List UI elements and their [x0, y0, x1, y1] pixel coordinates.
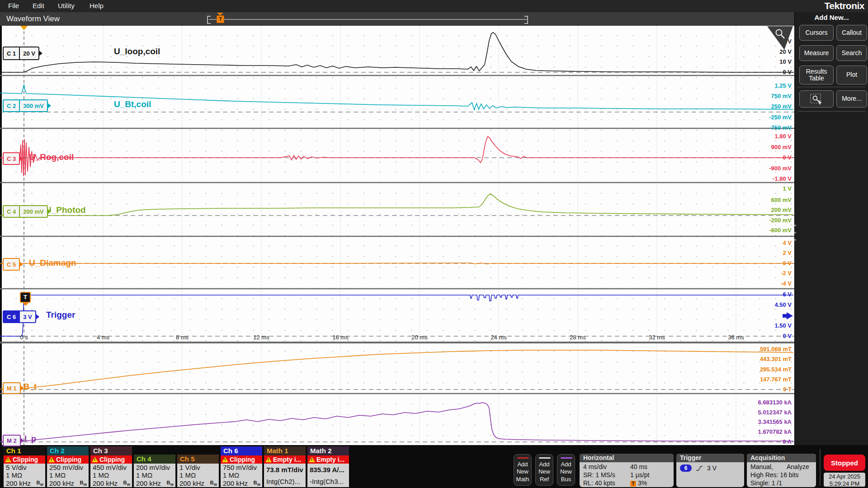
acquisition-panel[interactable]: Acquisition Manual, Analyze High Res: 16…	[747, 454, 816, 487]
ch3-channel-badge[interactable]: C 3	[3, 152, 20, 165]
ch4-scale-label: -600 mV	[769, 227, 792, 234]
badge-setting-text: 73.8 mT/div	[266, 466, 303, 474]
badge-tip-icon	[19, 261, 23, 267]
zoom-select-button[interactable]	[799, 90, 834, 108]
sample-rate: SR: 1 MS/s	[583, 471, 615, 479]
ch1-badge[interactable]: Ch 1Clipping5 V/div1 MΩ200 kHzBW	[4, 446, 45, 487]
ch5-badge-seg: C 5	[4, 259, 19, 270]
math2-badge-seg: M 2	[4, 436, 20, 446]
waveform-plot[interactable]: 30 V20 V10 V0 VC 120 VU_loop,coil1.25 V7…	[0, 26, 794, 445]
badge-header: Math 1	[264, 446, 306, 455]
trigger-position-icon[interactable]	[20, 26, 28, 30]
math1-name-label[interactable]: B_t	[24, 382, 37, 392]
badge-tip-icon	[20, 385, 24, 391]
math2-channel-badge[interactable]: M 2	[3, 435, 21, 446]
badge-tip-icon	[47, 103, 51, 109]
results-table-button[interactable]: Results Table	[799, 66, 834, 84]
ch5-channel-badge[interactable]: C 5	[3, 258, 20, 271]
add-new-math-button[interactable]: AddNewMath	[514, 454, 532, 486]
trigger-panel[interactable]: Trigger 6 3 V	[676, 454, 744, 487]
search-button[interactable]: Search	[836, 45, 867, 61]
badge-setting-text: 1 V/div	[179, 464, 200, 471]
hpos-trigger-icon[interactable]: T	[217, 15, 224, 23]
trigger-position-mini-icon: T	[630, 481, 636, 487]
warning-icon	[222, 457, 228, 462]
badge-header: Ch 5	[177, 455, 219, 464]
trigger-source-marker[interactable]: T	[20, 292, 31, 303]
math2-name-label[interactable]: I_p	[24, 434, 36, 444]
math1-badge[interactable]: Math 1Empty i...73.8 mT/divIntg(Ch2)...	[264, 446, 306, 487]
ch4-badge-seg: C 4	[4, 206, 19, 217]
clipping-warning: Empty i...	[264, 455, 306, 464]
badge-setting-row: 450 mV/div	[90, 464, 132, 471]
ch2-channel-badge[interactable]: C 2300 mV	[3, 99, 48, 112]
menu-item-edit[interactable]: Edit	[33, 2, 44, 9]
ch5-scale-label: 2 V	[783, 249, 792, 256]
cursors-button[interactable]: Cursors	[799, 25, 834, 41]
math1-channel-badge[interactable]: M 1	[3, 382, 21, 394]
horizontal-panel[interactable]: Horizontal 4 ms/div 40 ms SR: 1 MS/s 1 µ…	[580, 454, 674, 487]
ch1-channel-badge[interactable]: C 120 V	[3, 47, 39, 60]
ch5-name-label[interactable]: U_Diamagn	[29, 258, 76, 268]
math2-scale-label: 0 A	[783, 438, 792, 445]
badge-setting-text: -Intg(Ch3...	[310, 478, 344, 485]
badge-setting-text: 200 mV/div	[136, 464, 170, 471]
zoom-corner-icon[interactable]	[764, 26, 794, 51]
add-new-bus-button[interactable]: AddNewBus	[557, 454, 575, 486]
ch2-scale-label: 250 mV	[771, 103, 792, 110]
horizontal-position-bar[interactable]	[209, 19, 527, 20]
time-tick-label: 36 ms	[728, 334, 744, 341]
math1-scale-label: 443.301 mT	[760, 356, 792, 362]
sidebar-divider	[797, 111, 865, 112]
menu-item-utility[interactable]: Utility	[58, 2, 75, 9]
ch3-trace	[0, 136, 793, 176]
more-button[interactable]: More...	[836, 90, 867, 108]
run-stop-button[interactable]: Stopped	[824, 455, 865, 471]
add-new-ref-button[interactable]: AddNewRef	[535, 454, 553, 486]
menu-item-help[interactable]: Help	[90, 2, 104, 9]
callout-button[interactable]: Callout	[836, 25, 867, 41]
badge-setting-row: -Intg(Ch3...	[307, 475, 349, 487]
time-label: 5:29:24 PM	[824, 480, 865, 488]
ch2-scale-label: 1.25 V	[774, 82, 792, 89]
ch4-name-label[interactable]: U_Photod	[45, 205, 86, 215]
ch3-name-label[interactable]: U_Rog,coil	[29, 152, 74, 162]
ch5-badge[interactable]: Ch 51 V/div1 MΩ200 kHzBW	[177, 455, 219, 487]
ch3-badge[interactable]: Ch 3Clipping450 mV/div1 MΩ200 kHzBW	[90, 446, 132, 487]
menu-item-file[interactable]: File	[8, 2, 19, 9]
ch6-name-label[interactable]: Trigger	[46, 310, 75, 320]
ch6-badge-seg: C 6	[4, 311, 19, 322]
ch2-scale-label: -750 mV	[769, 124, 792, 131]
ch4-channel-badge[interactable]: C 4200 mV	[3, 205, 48, 218]
panel-drag-handle[interactable]	[793, 225, 797, 241]
plot-button[interactable]: Plot	[836, 66, 867, 84]
acquisition-panel-title: Acquisition	[747, 454, 816, 462]
sidebar-divider	[797, 87, 865, 87]
ch6-channel-badge[interactable]: C 63 V	[3, 310, 36, 323]
ch2-scale-label: -250 mV	[769, 114, 792, 121]
accent-line	[561, 457, 572, 459]
zoom-select-icon	[810, 94, 823, 104]
ch6-scale-label: 1.50 V	[774, 322, 792, 329]
ch2-badge[interactable]: Ch 2Clipping250 mV/div1 MΩ200 kHzBW	[47, 446, 89, 487]
clipping-warning: Empty i...	[307, 455, 349, 464]
measure-button[interactable]: Measure	[799, 45, 834, 61]
ch3-scale-label: -1.80 V	[773, 175, 792, 182]
badge-setting-text: 835.39 A/...	[310, 466, 344, 474]
ch4-scale-label: -200 mV	[769, 217, 792, 224]
warning-icon	[265, 457, 272, 462]
ch5-scale-label: 0 V	[783, 260, 792, 267]
bandwidth-limit-icon: BW	[166, 480, 174, 487]
warning-icon	[309, 457, 315, 462]
badge-setting-text: 200 kHz	[223, 479, 248, 487]
math2-badge[interactable]: Math 2Empty i...835.39 A/...-Intg(Ch3...	[307, 446, 349, 487]
badge-setting-row: 1 MΩ	[134, 471, 175, 479]
ch2-name-label[interactable]: U_Bt,coil	[114, 99, 151, 109]
ch6-badge[interactable]: Ch 6Clipping750 mV/div1 MΩ200 kHzBW	[221, 446, 262, 487]
badge-setting-row: 200 kHzBW	[177, 479, 219, 487]
ch1-name-label[interactable]: U_loop,coil	[114, 47, 160, 56]
badge-setting-text: 200 kHz	[6, 479, 31, 487]
ch4-badge[interactable]: Ch 4200 mV/div1 MΩ200 kHzBW	[134, 455, 175, 487]
ch1-scale-label: 0 V	[783, 69, 792, 75]
accent-line	[539, 457, 551, 459]
